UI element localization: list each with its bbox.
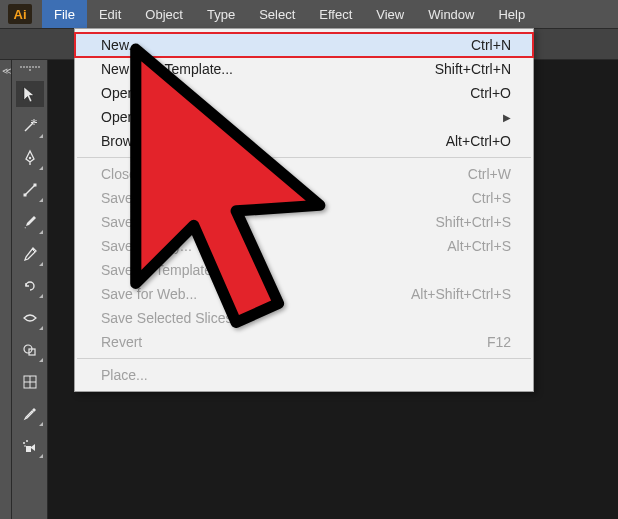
width-tool[interactable]: [16, 305, 44, 331]
magic-wand-tool[interactable]: [16, 113, 44, 139]
menu-label: Save for Web...: [101, 286, 197, 302]
menu-row-save: Save Ctrl+S: [75, 186, 533, 210]
pencil-tool[interactable]: [16, 241, 44, 267]
panel-grip-icon[interactable]: [20, 66, 40, 71]
mesh-tool[interactable]: [16, 369, 44, 395]
menu-label: New...: [101, 37, 140, 53]
menu-row-close: Close Ctrl+W: [75, 162, 533, 186]
svg-point-1: [28, 157, 30, 159]
panel-collapse-strip[interactable]: ≪: [0, 60, 12, 519]
menu-row-browse-bridge[interactable]: Browse in Bridge... Alt+Ctrl+O: [75, 129, 533, 153]
selection-tool[interactable]: [16, 81, 44, 107]
eyedropper-tool[interactable]: [16, 401, 44, 427]
menu-label: Save Selected Slices...: [101, 310, 244, 326]
menu-shortcut: Alt+Ctrl+S: [447, 238, 511, 254]
menu-type[interactable]: Type: [195, 0, 247, 28]
collapse-icon: ≪: [2, 66, 11, 76]
submenu-arrow-icon: ▶: [503, 112, 511, 123]
menu-label: Browse in Bridge...: [101, 133, 219, 149]
symbol-sprayer-tool[interactable]: [16, 433, 44, 459]
shape-builder-tool[interactable]: [16, 337, 44, 363]
menu-row-save-slices: Save Selected Slices...: [75, 306, 533, 330]
menu-shortcut: Ctrl+N: [471, 37, 511, 53]
menu-label: Close: [101, 166, 137, 182]
menu-row-save-copy: Save a Copy... Alt+Ctrl+S: [75, 234, 533, 258]
menu-label: Save as Template...: [101, 262, 224, 278]
menu-label: Save As...: [101, 214, 164, 230]
line-segment-tool[interactable]: [16, 177, 44, 203]
menu-shortcut: Alt+Ctrl+O: [446, 133, 511, 149]
menu-row-new[interactable]: New... Ctrl+N: [75, 33, 533, 57]
menu-object[interactable]: Object: [133, 0, 195, 28]
svg-point-12: [26, 440, 28, 442]
menu-shortcut: Ctrl+O: [470, 85, 511, 101]
menu-row-open[interactable]: Open... Ctrl+O: [75, 81, 533, 105]
menu-row-save-as: Save As... Shift+Ctrl+S: [75, 210, 533, 234]
rotate-tool[interactable]: [16, 273, 44, 299]
menu-shortcut: Shift+Ctrl+S: [436, 214, 511, 230]
menu-shortcut: Alt+Shift+Ctrl+S: [411, 286, 511, 302]
menu-label: Save: [101, 190, 133, 206]
app-logo: Ai: [8, 4, 32, 24]
menu-shortcut: Shift+Ctrl+N: [435, 61, 511, 77]
menu-shortcut: Ctrl+S: [472, 190, 511, 206]
menu-row-revert: Revert F12: [75, 330, 533, 354]
menu-row-open-recent[interactable]: Open Recent Files ▶: [75, 105, 533, 129]
menu-label: Place...: [101, 367, 148, 383]
menu-row-save-for-web: Save for Web... Alt+Shift+Ctrl+S: [75, 282, 533, 306]
svg-rect-3: [23, 194, 26, 197]
menu-row-new-from-template[interactable]: New from Template... Shift+Ctrl+N: [75, 57, 533, 81]
menu-edit[interactable]: Edit: [87, 0, 133, 28]
menu-shortcut: F12: [487, 334, 511, 350]
file-dropdown-menu: New... Ctrl+N New from Template... Shift…: [74, 28, 534, 392]
menu-row-place: Place...: [75, 363, 533, 387]
menu-separator: [77, 157, 531, 158]
menu-label: Save a Copy...: [101, 238, 192, 254]
pen-tool[interactable]: [16, 145, 44, 171]
tool-panel: [12, 60, 48, 519]
menu-shortcut: Ctrl+W: [468, 166, 511, 182]
menu-view[interactable]: View: [364, 0, 416, 28]
menu-help[interactable]: Help: [486, 0, 537, 28]
menu-label: New from Template...: [101, 61, 233, 77]
menu-window[interactable]: Window: [416, 0, 486, 28]
paintbrush-tool[interactable]: [16, 209, 44, 235]
menu-effect[interactable]: Effect: [307, 0, 364, 28]
svg-point-11: [23, 442, 25, 444]
menu-row-save-template: Save as Template...: [75, 258, 533, 282]
menu-select[interactable]: Select: [247, 0, 307, 28]
menu-label: Open...: [101, 85, 147, 101]
menu-label: Open Recent Files: [101, 109, 217, 125]
svg-point-13: [24, 445, 26, 447]
menu-file[interactable]: File: [42, 0, 87, 28]
svg-rect-4: [33, 184, 36, 187]
menubar: Ai File Edit Object Type Select Effect V…: [0, 0, 618, 28]
menu-separator: [77, 358, 531, 359]
svg-point-0: [33, 121, 35, 123]
menu-label: Revert: [101, 334, 142, 350]
svg-rect-10: [26, 446, 31, 452]
